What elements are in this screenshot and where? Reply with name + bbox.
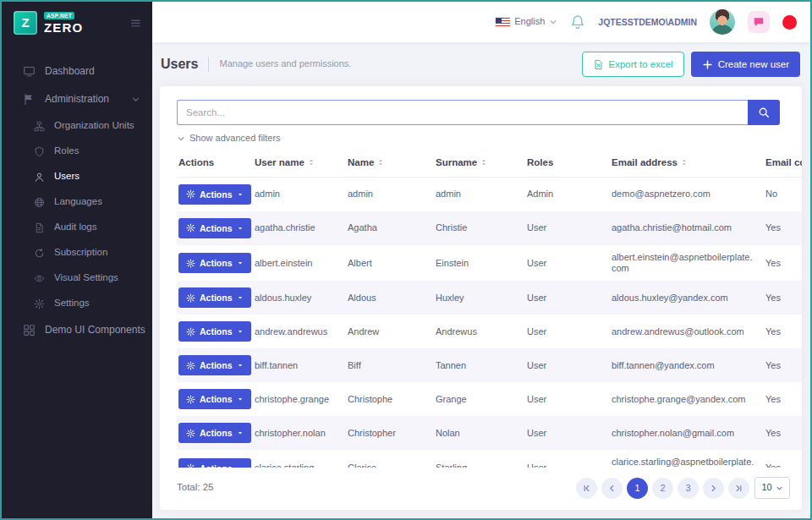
column-header-surname[interactable]: Surname [434, 151, 525, 177]
row-actions-button[interactable]: Actions [178, 287, 251, 308]
cell-name: admin [346, 177, 434, 211]
chevron-down-icon [131, 95, 140, 104]
page-actions: Export to excel Create new user [582, 52, 800, 77]
language-selector[interactable]: English [496, 16, 557, 27]
audit-logs-icon [34, 222, 45, 233]
caret-down-icon [237, 225, 244, 232]
page-button-1[interactable]: 1 [627, 478, 648, 499]
cell-email-address: albert.einstein@aspnetboilerplate.com [610, 245, 764, 281]
notifications-bell-icon[interactable] [570, 14, 585, 30]
sidebar-item-roles[interactable]: Roles [2, 139, 152, 164]
roles-icon [34, 146, 45, 157]
app-window: Z ASP.NET ZERO DashboardAdministrationOr… [0, 0, 812, 520]
cell-user-name: andrew.andrewus [253, 315, 346, 348]
user-avatar[interactable] [710, 9, 735, 35]
table-row: Actionschristophe.grangeChristopheGrange… [177, 382, 802, 416]
sidebar-item-label: Administration [45, 93, 109, 105]
cell-email-address: biff.tannen@yandex.com [610, 348, 764, 382]
column-header-user-name[interactable]: User name [253, 151, 346, 177]
page-size-value: 10 [761, 482, 771, 493]
first-page-icon [582, 484, 591, 493]
show-advanced-filters[interactable]: Show advanced filters [177, 133, 802, 144]
cell-actions: Actions [177, 281, 253, 315]
sidebar-item-users[interactable]: Users [2, 164, 152, 189]
search-button[interactable] [748, 100, 780, 125]
gear-icon [186, 395, 195, 404]
cell-email-confirmed: Yes [764, 348, 802, 382]
page-size-select[interactable]: 10 [754, 477, 790, 499]
search-input[interactable] [177, 100, 748, 125]
column-header-name[interactable]: Name [346, 151, 434, 177]
sidebar-item-administration[interactable]: Administration [2, 85, 152, 113]
cell-actions: Actions [177, 382, 253, 416]
next-page-button[interactable] [703, 478, 724, 499]
table-row: ActionsadminadminadminAdmindemo@aspnetze… [177, 177, 802, 211]
chevron-down-icon [549, 18, 557, 26]
cell-name: Clarice [346, 450, 434, 468]
cell-name: Aldous [346, 281, 434, 315]
chat-button[interactable] [748, 11, 770, 33]
column-header-label: Name [348, 157, 374, 167]
topbar: English JQTESSTDEMO\ADMIN [152, 2, 810, 42]
table-footer: Total: 25 123 10 [177, 468, 790, 510]
column-header-email-confirmed[interactable]: Email confirmed [764, 151, 802, 177]
search-icon [758, 107, 770, 118]
page-button-2[interactable]: 2 [652, 478, 673, 499]
row-actions-button[interactable]: Actions [178, 218, 251, 238]
cell-email-confirmed: Yes [764, 245, 802, 281]
sidebar-item-organization-units[interactable]: Organization Units [2, 113, 152, 139]
main-area: English JQTESSTDEMO\ADMIN Users Manage u… [152, 2, 810, 518]
cell-actions: Actions [177, 245, 253, 281]
sidebar-item-label: Visual Settings [54, 272, 118, 284]
sidebar-item-audit-logs[interactable]: Audit logs [2, 215, 152, 240]
row-actions-button[interactable]: Actions [178, 458, 251, 468]
row-actions-button[interactable]: Actions [178, 389, 251, 409]
last-page-button[interactable] [728, 478, 749, 499]
sidebar-toggle-icon[interactable] [129, 17, 142, 30]
users-table-wrap: ActionsUser nameNameSurnameRolesEmail ad… [177, 151, 802, 468]
column-header-actions: Actions [177, 151, 253, 177]
sidebar-item-languages[interactable]: Languages [2, 189, 152, 215]
cell-email-confirmed: Yes [764, 382, 802, 416]
page-button-3[interactable]: 3 [678, 478, 699, 499]
row-actions-button[interactable]: Actions [178, 355, 251, 375]
sidebar-item-label: Settings [54, 298, 90, 309]
sidebar-item-demo-ui-components[interactable]: Demo UI Components [2, 316, 152, 344]
caret-down-icon [237, 294, 244, 301]
account-name[interactable]: JQTESSTDEMO\ADMIN [598, 17, 697, 28]
first-page-button[interactable] [576, 478, 597, 499]
row-actions-label: Actions [200, 223, 233, 233]
create-button-label: Create new user [718, 59, 789, 69]
cell-roles: User [525, 315, 610, 348]
row-actions-button[interactable]: Actions [178, 184, 251, 205]
row-actions-label: Actions [200, 360, 233, 370]
languages-icon [34, 197, 45, 208]
aspnet-zero-logo: Z [14, 11, 37, 35]
sidebar-item-visual-settings[interactable]: Visual Settings [2, 265, 152, 291]
row-actions-button[interactable]: Actions [178, 321, 251, 342]
users-card: Show advanced filters ActionsUser nameNa… [160, 86, 802, 510]
cell-name: Christopher [346, 416, 434, 450]
table-header-row: ActionsUser nameNameSurnameRolesEmail ad… [177, 151, 802, 177]
sidebar-item-label: Subscription [54, 247, 107, 259]
cell-roles: Admin [525, 177, 610, 211]
red-status-circle [782, 15, 797, 30]
sidebar-submenu: Organization UnitsRolesUsersLanguagesAud… [2, 113, 152, 316]
row-actions-button[interactable]: Actions [178, 253, 251, 273]
sidebar-item-label: Audit logs [54, 222, 97, 233]
table-row: Actionsaldous.huxleyAldousHuxleyUseraldo… [177, 281, 802, 315]
gear-icon [186, 259, 195, 268]
row-actions-button[interactable]: Actions [178, 423, 251, 443]
prev-page-button[interactable] [601, 478, 623, 499]
create-new-user-button[interactable]: Create new user [691, 52, 800, 77]
cell-user-name: christophe.grange [253, 382, 346, 416]
export-to-excel-button[interactable]: Export to excel [582, 52, 684, 77]
language-label: English [514, 16, 545, 27]
column-header-email-address[interactable]: Email address [610, 151, 764, 177]
sidebar-item-label: Dashboard [45, 65, 95, 77]
sidebar-item-settings[interactable]: Settings [2, 291, 152, 316]
cell-user-name: albert.einstein [253, 245, 346, 281]
sidebar-item-dashboard[interactable]: Dashboard [2, 57, 152, 85]
chat-icon [753, 16, 765, 28]
sidebar-item-subscription[interactable]: Subscription [2, 240, 152, 265]
